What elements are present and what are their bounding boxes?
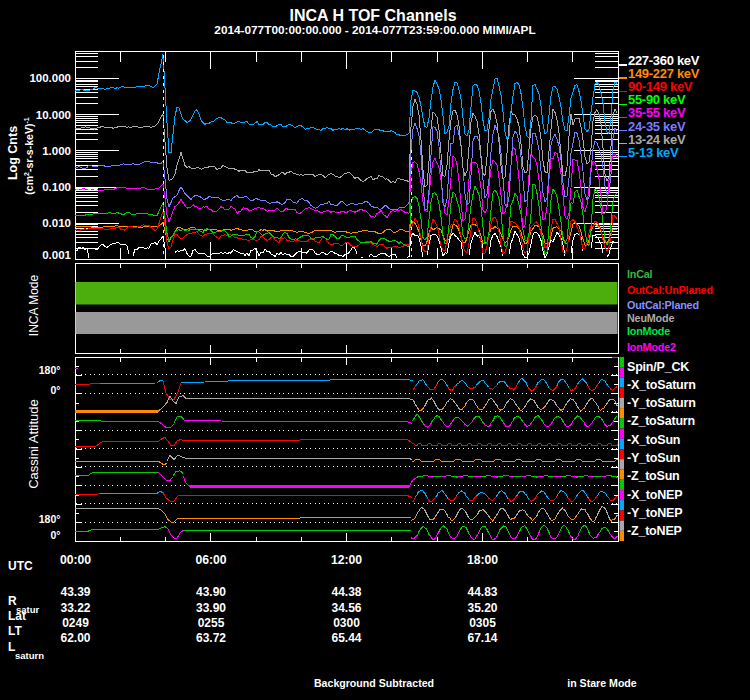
svg-text:44.83: 44.83 — [467, 585, 497, 599]
svg-text:LT: LT — [8, 624, 22, 638]
svg-text:NeuMode: NeuMode — [627, 312, 674, 324]
svg-text:0°: 0° — [50, 384, 60, 396]
svg-text:67.14: 67.14 — [467, 631, 497, 645]
svg-text:-Z_toSun: -Z_toSun — [627, 469, 680, 483]
svg-text:34.56: 34.56 — [331, 601, 361, 615]
svg-text:-Y_toSun: -Y_toSun — [627, 451, 680, 465]
svg-text:44.38: 44.38 — [331, 585, 361, 599]
svg-text:10.000: 10.000 — [36, 109, 71, 121]
svg-text:IonMode2: IonMode2 — [627, 341, 676, 353]
svg-text:-X_toNEP: -X_toNEP — [627, 488, 682, 502]
svg-text:65.44: 65.44 — [331, 631, 361, 645]
svg-text:00:00: 00:00 — [60, 553, 91, 567]
svg-text:-X_toSaturn: -X_toSaturn — [627, 378, 696, 392]
svg-text:0.010: 0.010 — [42, 217, 71, 229]
svg-text:5-13 keV: 5-13 keV — [628, 145, 679, 160]
svg-text:0249: 0249 — [62, 616, 89, 630]
svg-text:Lat: Lat — [8, 609, 26, 623]
svg-text:INCA Mode: INCA Mode — [27, 274, 41, 336]
svg-text:43.90: 43.90 — [196, 585, 226, 599]
svg-text:180°: 180° — [39, 364, 61, 376]
svg-text:0300: 0300 — [333, 616, 360, 630]
svg-text:-X_toSun: -X_toSun — [627, 433, 680, 447]
svg-text:-Z_toNEP: -Z_toNEP — [627, 524, 682, 538]
svg-text:0°: 0° — [50, 529, 60, 541]
svg-text:IonMode: IonMode — [627, 325, 670, 337]
svg-text:33.90: 33.90 — [196, 601, 226, 615]
svg-text:in Stare Mode: in Stare Mode — [567, 677, 637, 689]
svg-text:OutCal:UnPlaned: OutCal:UnPlaned — [627, 284, 713, 296]
svg-text:saturn: saturn — [15, 650, 44, 661]
svg-text:43.39: 43.39 — [60, 585, 90, 599]
svg-text:2014-077T00:00:00.000 - 2014-0: 2014-077T00:00:00.000 - 2014-077T23:59:0… — [214, 23, 535, 37]
svg-text:12:00: 12:00 — [331, 553, 362, 567]
svg-text:-Z_toSaturn: -Z_toSaturn — [627, 414, 695, 428]
svg-text:INCA H TOF Channels: INCA H TOF Channels — [289, 7, 456, 24]
svg-text:OutCal:Planed: OutCal:Planed — [627, 299, 699, 311]
svg-text:100.000: 100.000 — [29, 72, 71, 84]
svg-text:33.22: 33.22 — [60, 601, 90, 615]
svg-text:0305: 0305 — [469, 616, 496, 630]
svg-text:Cassini Attitude: Cassini Attitude — [26, 399, 41, 489]
svg-text:UTC: UTC — [8, 559, 33, 573]
svg-text:Spin/P_CK: Spin/P_CK — [627, 360, 689, 374]
svg-text:Background Subtracted: Background Subtracted — [314, 677, 434, 689]
svg-text:06:00: 06:00 — [195, 553, 226, 567]
svg-text:(cm2-sr-s-keV)-1: (cm2-sr-s-keV)-1 — [23, 117, 35, 194]
svg-text:180°: 180° — [39, 513, 61, 525]
svg-text:Log Cnts: Log Cnts — [6, 126, 20, 180]
svg-text:-Y_toNEP: -Y_toNEP — [627, 506, 682, 520]
svg-text:63.72: 63.72 — [196, 631, 226, 645]
svg-text:62.00: 62.00 — [60, 631, 90, 645]
svg-text:0.100: 0.100 — [42, 181, 71, 193]
svg-text:1.000: 1.000 — [42, 145, 71, 157]
svg-text:0.001: 0.001 — [42, 249, 71, 261]
svg-text:InCal: InCal — [627, 268, 653, 280]
svg-text:35.20: 35.20 — [467, 601, 497, 615]
svg-text:-Y_toSaturn: -Y_toSaturn — [627, 396, 696, 410]
svg-text:0255: 0255 — [198, 616, 225, 630]
svg-text:18:00: 18:00 — [467, 553, 498, 567]
